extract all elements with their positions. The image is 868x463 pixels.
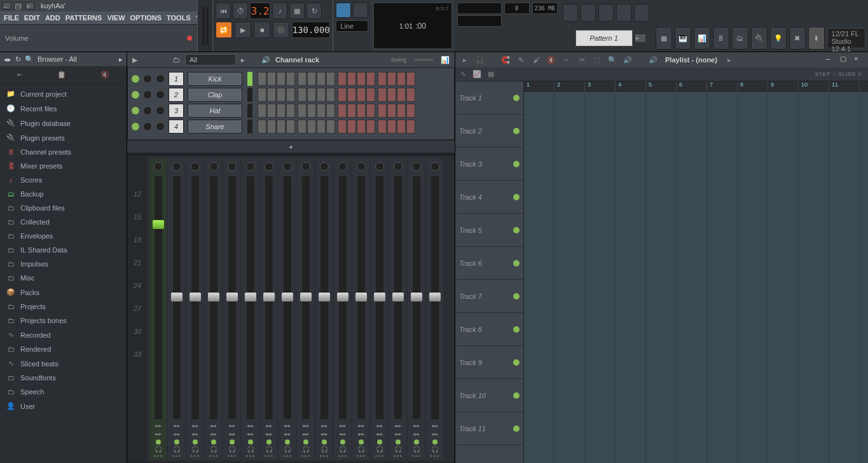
mixer-fader[interactable] [191, 176, 199, 419]
download-button[interactable]: ⬇ [808, 27, 825, 50]
step-button[interactable] [258, 88, 266, 102]
channel-rack-menu-icon[interactable]: ▸ [241, 56, 245, 64]
keyboard-button[interactable] [634, 4, 649, 22]
browser-item[interactable]: 🕘Recent files [0, 101, 127, 116]
step-button[interactable] [267, 72, 276, 86]
mixer-insert[interactable]: ◂•▸◂•▸🎧• • • [297, 158, 314, 460]
mixer-solo[interactable]: 🎧 [247, 446, 254, 453]
mixer-pan-knob[interactable] [172, 162, 181, 171]
channel-number[interactable]: 3 [169, 104, 184, 118]
step-button[interactable] [378, 72, 387, 86]
mixer-stereo-sep[interactable]: ◂•▸ [431, 423, 438, 429]
playlist-track-header[interactable]: Track 1 [455, 81, 523, 114]
mixer-mute[interactable] [377, 439, 382, 445]
channel-pan-knob[interactable] [143, 90, 152, 99]
pattern-selector[interactable]: Pattern 1 [575, 30, 633, 46]
ruler-bar[interactable]: 2 [555, 81, 585, 92]
step-button[interactable] [317, 72, 326, 86]
ruler-bar[interactable]: 6 [677, 81, 707, 92]
step-button[interactable] [387, 88, 396, 102]
wait-button[interactable]: ⏱ [233, 3, 248, 19]
mixer-fader[interactable] [265, 176, 273, 419]
step-button[interactable] [347, 88, 356, 102]
channel-pan-knob[interactable] [143, 122, 152, 131]
mixer-fader[interactable] [247, 176, 254, 419]
step-button[interactable] [366, 104, 375, 118]
step-button[interactable] [326, 88, 335, 102]
mixer-pan-knob[interactable] [375, 162, 384, 171]
record-button[interactable] [273, 22, 289, 38]
mixer-fader[interactable] [155, 176, 162, 419]
browser-collapse-icon[interactable]: ⇤ [17, 71, 23, 79]
mixer-insert[interactable]: ◂•▸◂•▸🎧• • • [168, 158, 185, 460]
mixer-pan-knob[interactable] [338, 162, 347, 171]
pattern-mode-button[interactable] [336, 3, 351, 18]
mixer-solo[interactable]: 🎧 [431, 446, 439, 453]
step-button[interactable] [397, 120, 406, 134]
loop-mode-button[interactable]: 🔁 [216, 22, 232, 38]
pl-menu-icon[interactable]: ▸ [459, 54, 471, 66]
mixer-insert[interactable]: ◂•▸◂•▸🎧• • • [371, 158, 388, 460]
save-button[interactable] [581, 4, 596, 22]
step-button[interactable] [347, 104, 356, 118]
channel-name[interactable]: Clap [188, 88, 242, 102]
loop-rec-button[interactable]: ↻ [307, 3, 322, 19]
step-button[interactable] [277, 104, 286, 118]
step-button[interactable] [317, 88, 326, 102]
pl-close-button[interactable]: × [854, 55, 864, 65]
browser-item[interactable]: 🗀Speech [0, 385, 127, 399]
menu-edit[interactable]: EDIT [24, 14, 40, 22]
news-panel[interactable]: 12/21 FL Studio 12.4.1 Released [827, 28, 865, 48]
mixer-insert[interactable]: ◂•▸◂•▸🎧• • • [242, 158, 259, 460]
mixer-mute[interactable] [193, 439, 198, 445]
mixer-fader[interactable] [210, 176, 217, 419]
pl-slip-icon[interactable]: ↔ [561, 54, 572, 66]
browser-item[interactable]: 👤User [0, 399, 127, 413]
mixer-insert[interactable]: ◂•▸◂•▸🎧• • • [186, 158, 203, 460]
audio-icon[interactable]: 🔊 [261, 56, 270, 64]
browser-item[interactable]: 📦Packs [0, 285, 127, 300]
mixer-solo[interactable]: 🎧 [173, 446, 181, 453]
snap-select[interactable]: Line [336, 20, 368, 32]
track-mute[interactable] [513, 326, 520, 333]
step-button[interactable] [397, 72, 406, 86]
step-button[interactable] [307, 104, 316, 118]
mixer-solo[interactable]: 🎧 [265, 446, 273, 453]
track-mute[interactable] [513, 392, 520, 399]
channel-rack-graph-icon[interactable]: 📊 [441, 56, 450, 64]
pl-mute-icon[interactable]: 🔇 [546, 54, 557, 66]
mixer-stereo-sep[interactable]: ◂•▸ [302, 423, 309, 429]
step-button[interactable] [338, 104, 347, 118]
browser-item[interactable]: ∿Sliced beats [0, 356, 127, 371]
view-piano-roll-button[interactable]: 🎹 [675, 27, 691, 50]
step-button[interactable] [258, 72, 266, 86]
step-button[interactable] [326, 120, 335, 134]
pl-minimize-button[interactable]: – [826, 55, 836, 65]
ruler-bar[interactable]: 5 [646, 81, 677, 92]
step-button[interactable] [387, 72, 396, 86]
mixer-mute[interactable] [156, 439, 161, 445]
channel-led[interactable] [132, 91, 139, 99]
browser-expand-icon[interactable]: ▸ [119, 55, 123, 64]
render-button[interactable] [598, 4, 614, 22]
mixer-insert[interactable]: ◂•▸◂•▸🎧• • • [426, 158, 443, 460]
pl-pencil-icon[interactable]: ✎ [515, 54, 527, 66]
step-button[interactable] [298, 104, 307, 118]
step-button[interactable] [307, 72, 316, 86]
mixer-mute[interactable] [211, 439, 216, 445]
mixer-stereo-sep[interactable]: ◂•▸ [339, 423, 346, 429]
mixer-stereo-sep[interactable]: ◂•▸ [173, 423, 180, 429]
channel-vol-knob[interactable] [156, 106, 165, 115]
mixer-mute[interactable] [432, 439, 437, 445]
mixer-fader[interactable] [320, 176, 328, 419]
mixer-insert[interactable]: ◂•▸◂•▸🎧• • • [260, 158, 277, 460]
mixer-mute[interactable] [248, 439, 253, 445]
step-button[interactable] [267, 120, 276, 134]
browser-item[interactable]: 🎛Mixer presets [0, 159, 127, 173]
step-button[interactable] [347, 120, 356, 134]
channel-pan-knob[interactable] [143, 74, 152, 83]
step-button[interactable] [267, 104, 276, 118]
track-mute[interactable] [513, 95, 520, 101]
channel-name[interactable]: Snare [188, 120, 242, 134]
channel-select[interactable] [247, 104, 252, 118]
